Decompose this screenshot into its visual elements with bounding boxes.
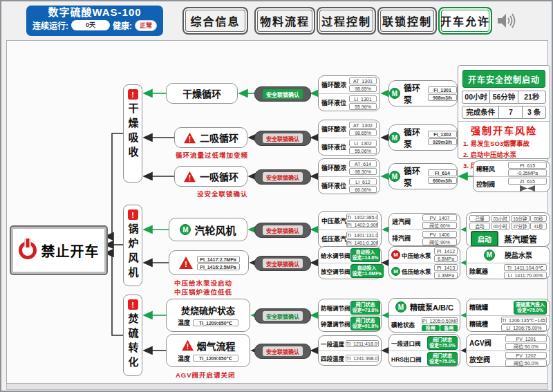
alarm-note: 中压锅炉液位低低: [174, 287, 232, 297]
motor-icon: M: [484, 250, 495, 261]
node-first-absorption[interactable]: ! 一吸循环: [174, 166, 247, 187]
level-tag: LI_1301: [349, 95, 377, 102]
vent-valve-status: 自动投入设定=1.0MPa: [350, 264, 384, 278]
node-feedwater-alarm[interactable]: ! PI_1417:2.7MPaPI_1416:2.5MPa: [169, 250, 249, 275]
warm-pipe-label: 蒸汽暖管: [504, 233, 537, 245]
svg-text:!: !: [189, 174, 191, 181]
converter-temps-box: 一段温度 TI_1211:418.0℃ 四段温度 TI_1241:398.0℃: [318, 335, 382, 366]
svg-text:!: !: [186, 343, 188, 351]
pill-label: 安全联锁确认: [263, 172, 303, 182]
safety-confirm-pill-r4[interactable]: 安全联锁确认: [254, 223, 311, 238]
node-label: 烟气流程: [197, 339, 236, 353]
forbid-start-button[interactable]: 禁止开车: [11, 227, 106, 274]
node-circulation-pump-r2[interactable]: M 循环泵 FI_1302929m3/h: [388, 124, 458, 151]
outlet-valve-position: 阀位:90%: [422, 239, 457, 245]
safety-confirm-pill-r5[interactable]: 安全联锁确认: [254, 256, 311, 271]
motor-icon: M: [389, 132, 400, 143]
dilution-air-label: 稀释风: [476, 165, 495, 174]
sulfur-tank-status: 液硫蒸汽投入设定=75.0%: [514, 301, 547, 315]
runtime-value: 0天: [71, 20, 110, 30]
alarm-note: 循环流量过低增加变频: [176, 150, 248, 160]
elapsed-time-row: 00小时 56分钟 21秒: [462, 91, 546, 104]
control-valve-label: 控制阀: [476, 180, 495, 189]
startup-safety-panel: 开车安全控制启动 00小时 56分钟 21秒 完成条件 7 3 条 强制开车风险…: [458, 65, 550, 159]
safety-confirm-pill-r3[interactable]: 安全联锁确认: [254, 169, 311, 185]
final-vent-valve-label: 放空阀: [469, 354, 490, 364]
steam-warm-pipe-box: 已暖01小时16分钟00秒 启动00小时27分钟41秒 启动 蒸汽暖管: [466, 212, 550, 247]
startup-safety-button[interactable]: 开车安全控制启动: [462, 70, 545, 88]
bell-valve-status: 阀门状态设定=91.8%: [350, 317, 381, 330]
sulfur-trough-temp: TI_1206:135℃~145℃: [501, 317, 547, 324]
group-label: 焚硫转化: [126, 313, 140, 371]
feedwater-valve-label: 给水调节阀: [321, 251, 350, 259]
node-dry-circulation[interactable]: 干燥循环: [166, 83, 238, 104]
nav-button-overview[interactable]: 综合信息: [182, 7, 248, 35]
pump-value: 908m3/h: [428, 94, 457, 101]
pump-tag: FI_614: [428, 169, 457, 176]
node-flue-gas-flow[interactable]: ! 烟气流程 温度 TI_1209:650℃: [166, 334, 250, 367]
dilution-air-value: -0.35MPa: [508, 169, 547, 176]
outlet-valve-label: 排汽阀: [392, 234, 411, 243]
warning-icon: !: [183, 171, 196, 183]
lp-steam-temp: TI_1401:131.0℃: [346, 232, 378, 239]
acid-label: 循环酸浓: [321, 80, 346, 89]
stage1-temp-value: TI_1211:418.0℃: [346, 340, 379, 347]
motor-icon: M: [180, 224, 191, 235]
agv-valve-label: AGV阀: [469, 337, 491, 348]
level-value: 66.06%: [349, 186, 377, 193]
agv-valve-position: 阀位:50.0%: [505, 343, 547, 350]
acid-value: 98.65%: [349, 85, 377, 92]
nav-button-material-flow[interactable]: 物料流程: [254, 7, 315, 35]
lp-pump-tag: PI_1413: [434, 264, 458, 271]
runtime-label: 连续运行:: [32, 19, 68, 31]
lp-steam-label: 低压蒸汽: [321, 234, 346, 243]
node-label: 一吸循环: [200, 169, 238, 183]
safety-confirm-pill-r7[interactable]: 安全联锁确认: [254, 344, 311, 359]
pill-label: 安全联锁确认: [263, 133, 303, 143]
hours: 00小时: [462, 91, 490, 103]
group-dry-absorption[interactable]: ! 干燥吸收: [123, 84, 142, 183]
warm-pipe-start-button[interactable]: 启动: [471, 231, 498, 247]
level-label: 循环液位: [321, 181, 346, 190]
group-sulfur-conversion[interactable]: ! 焚硫转化: [123, 295, 142, 376]
app-title: 数字硫酸WAS-100: [26, 6, 163, 19]
anti-surge-valve-status: 阀门状态设定=73.8%: [350, 301, 381, 315]
node-circulation-pump-r3[interactable]: M 循环泵 FI_614600m3/h: [388, 163, 458, 189]
press-value-1: PI_1417:2.7MPa: [197, 256, 240, 263]
node-sulfur-furnace-status[interactable]: 焚烧硫炉状态 温度 TI_1209:650℃: [166, 299, 250, 332]
group-boiler-fan[interactable]: ! 锅炉风机: [123, 205, 142, 286]
title-panel: 数字硫酸WAS-100 连续运行: 0天 健康: 正常: [26, 6, 163, 36]
safety-confirm-pill-r6[interactable]: 安全联锁确认: [254, 308, 311, 324]
pump-value: 929m3/h: [428, 138, 457, 145]
health-label: 健康:: [113, 19, 132, 31]
deaerator-temp: TI_1411:104.0℃: [504, 264, 547, 271]
sulfur-tank-box: 精硫罐 液硫蒸汽投入设定=75.0% 精硫槽 TI_1206:135℃~145℃…: [466, 299, 550, 332]
pump-value: 600m3/h: [428, 177, 457, 184]
safety-confirm-pill-r1[interactable]: 安全联锁确认: [254, 86, 311, 102]
stage1-inlet-valve-status: 阀门状态设定=75.0%: [427, 336, 458, 350]
risk-title: 强制开车风险: [458, 121, 550, 137]
warm-timer-row1: 已暖01小时16分钟00秒: [469, 215, 547, 222]
pill-label: 安全联锁确认: [263, 346, 303, 356]
node-second-absorption[interactable]: ! 二吸循环: [174, 127, 247, 148]
node-turbine-fan[interactable]: M 汽轮风机: [169, 218, 247, 241]
acid-tag: AT_614: [349, 160, 377, 167]
furnace-valves-box: 防喘调节阀 阀门状态设定=73.8% 钟罩调节阀 阀门状态设定=91.8%: [318, 299, 382, 332]
motor-icon-running: M: [391, 267, 400, 276]
temp-value: TI_1209:650℃: [193, 319, 238, 326]
inlet-valve-position: 阀位:60%: [422, 222, 457, 229]
node-circulation-pump-r1[interactable]: M 循环泵 FI_1301908m3/h: [388, 80, 458, 106]
sulfur-trough-label: 精硫槽: [469, 319, 488, 328]
nav-button-interlock-control[interactable]: 联锁控制: [377, 7, 437, 35]
condition-label: 完成条件: [462, 106, 499, 118]
final-vent-valve-position: 阀位:50.0%: [505, 360, 547, 366]
safety-confirm-pill-r2[interactable]: 安全联锁确认: [254, 131, 311, 146]
nav-button-process-control[interactable]: 过程控制: [317, 7, 376, 35]
vent-valve-label: 放空调节阀: [321, 267, 350, 275]
speaker-icon[interactable]: [496, 12, 516, 32]
node-label: 干燥循环: [182, 86, 221, 100]
warning-icon: !: [178, 256, 194, 270]
sulfur-tank-label: 精硫罐: [469, 303, 488, 312]
nav-button-start-permit[interactable]: 开车允许: [438, 7, 492, 35]
motor-icon-stopped: M: [391, 250, 400, 259]
